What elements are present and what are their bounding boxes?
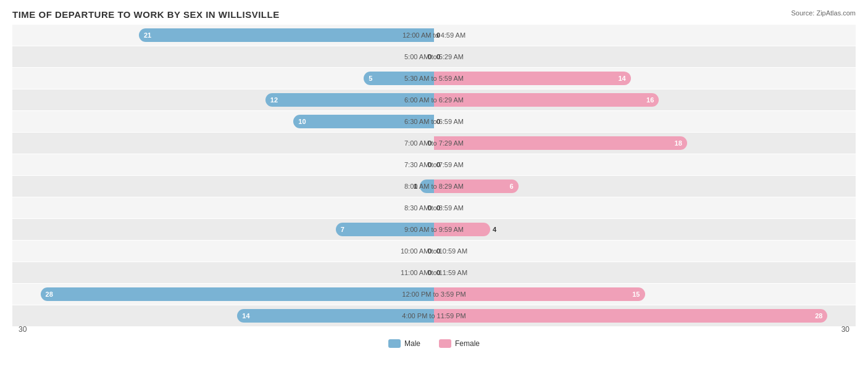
time-label: 7:00 AM to 7:29 AM [404,139,464,147]
bar-female: 28 [434,309,827,323]
chart-row: 05:00 AM to 5:29 AM0 [12,46,856,67]
chart-row: 2112:00 AM to 4:59 AM0 [12,25,856,46]
chart-row: 79:00 AM to 9:59 AM4 [12,219,856,240]
chart-row: 106:30 AM to 6:59 AM0 [12,111,856,132]
source-label: Source: ZipAtlas.com [791,9,856,17]
chart-row: 07:30 AM to 7:59 AM0 [12,154,856,175]
time-label: 8:00 AM to 8:29 AM [404,183,464,190]
left-section: 0 [12,46,434,67]
bar-male: 28 [41,287,434,301]
right-section: 0 [434,262,856,283]
legend-male-box [388,339,401,348]
female-value-outside: 4 [493,226,496,233]
legend-female-box [439,339,451,348]
female-value-inside: 14 [618,75,625,82]
chart-row: 18:00 AM to 8:29 AM6 [12,176,856,197]
axis-right: 30 [434,325,856,334]
time-label: 9:00 AM to 9:59 AM [404,226,464,233]
right-section: 0 [434,154,856,175]
chart-container: TIME OF DEPARTURE TO WORK BY SEX IN WILL… [0,0,868,367]
chart-row: 144:00 PM to 11:59 PM28 [12,305,856,326]
female-value-inside: 6 [509,183,513,190]
right-section: 6 [434,176,856,197]
chart-title: TIME OF DEPARTURE TO WORK BY SEX IN WILL… [12,9,856,20]
chart-area: 2112:00 AM to 4:59 AM005:00 AM to 5:29 A… [12,25,856,321]
time-label: 4:00 PM to 11:59 PM [402,312,465,320]
legend-female: Female [439,339,480,348]
axis-left: 30 [12,325,434,334]
right-section: 0 [434,25,856,46]
right-section: 0 [434,197,856,218]
left-section: 0 [12,197,434,218]
time-label: 5:30 AM to 5:59 AM [404,75,464,82]
bar-female: 18 [434,136,687,150]
right-section: 4 [434,219,856,240]
legend-male: Male [388,339,420,348]
right-section: 14 [434,68,856,89]
left-section: 7 [12,219,434,240]
right-section: 0 [434,46,856,67]
left-section: 0 [12,133,434,154]
male-value-inside: 7 [341,226,344,233]
male-value-inside: 28 [46,291,53,298]
time-label: 6:00 AM to 6:29 AM [404,96,464,104]
chart-row: 08:30 AM to 8:59 AM0 [12,197,856,218]
left-section: 0 [12,154,434,175]
female-value-inside: 15 [632,291,640,298]
legend-female-label: Female [455,339,480,348]
male-value-inside: 21 [144,31,151,39]
left-section: 14 [12,305,434,326]
male-value-inside: 12 [270,96,278,104]
male-value-inside: 14 [242,312,249,320]
right-section: 18 [434,133,856,154]
left-section: 10 [12,111,434,132]
female-value-inside: 18 [675,139,682,147]
male-value-inside: 10 [298,118,306,125]
bar-female: 16 [434,93,659,107]
left-section: 0 [12,262,434,283]
legend: Male Female [12,339,856,348]
time-label: 12:00 PM to 3:59 PM [402,291,465,298]
right-section: 0 [434,241,856,262]
female-value-inside: 28 [815,312,822,320]
chart-row: 126:00 AM to 6:29 AM16 [12,89,856,110]
female-value-inside: 16 [646,96,654,104]
time-label: 10:00 AM to 10:59 AM [401,247,467,255]
time-label: 6:30 AM to 6:59 AM [404,118,464,125]
left-section: 21 [12,25,434,46]
left-section: 5 [12,68,434,89]
time-label: 5:00 AM to 5:29 AM [404,53,464,60]
right-section: 0 [434,111,856,132]
chart-row: 55:30 AM to 5:59 AM14 [12,68,856,89]
right-section: 15 [434,284,856,305]
chart-row: 011:00 AM to 11:59 AM0 [12,262,856,283]
left-section: 12 [12,89,434,110]
left-section: 0 [12,241,434,262]
time-label: 7:30 AM to 7:59 AM [404,161,464,168]
bar-male: 21 [139,28,434,42]
chart-row: 010:00 AM to 10:59 AM0 [12,241,856,262]
time-label: 11:00 AM to 11:59 AM [401,269,467,276]
chart-row: 07:00 AM to 7:29 AM18 [12,133,856,154]
right-section: 16 [434,89,856,110]
legend-male-label: Male [404,339,420,348]
left-section: 1 [12,176,434,197]
time-label: 8:30 AM to 8:59 AM [404,204,464,212]
male-value-inside: 5 [369,75,372,82]
chart-row: 2812:00 PM to 3:59 PM15 [12,284,856,305]
time-label: 12:00 AM to 4:59 AM [403,31,465,39]
left-section: 28 [12,284,434,305]
right-section: 28 [434,305,856,326]
